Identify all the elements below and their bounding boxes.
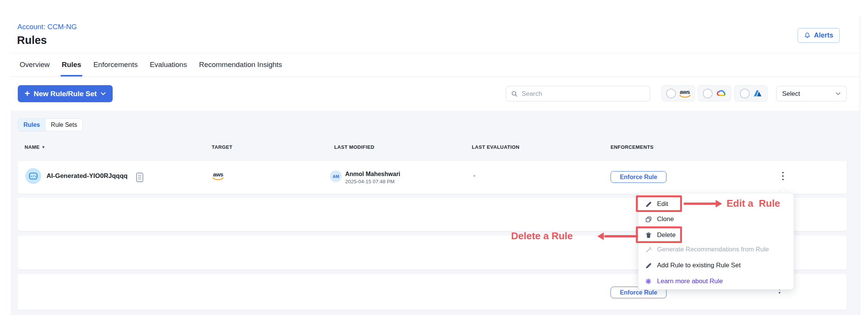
- search-box[interactable]: [506, 86, 650, 101]
- sort-caret-icon[interactable]: ▾: [42, 145, 45, 150]
- breadcrumb[interactable]: Account: CCM-NG: [17, 23, 77, 31]
- select-value: Select: [782, 90, 800, 98]
- delete-arrow-head-icon: [597, 232, 604, 240]
- last-evaluation-value: -: [473, 172, 476, 179]
- rule-name: AI-Generated-YIO0RJqqqq: [46, 172, 127, 180]
- delete-annotation-label: Delete a Rule: [511, 230, 573, 242]
- menu-item-add-rule-to-rule-set[interactable]: Add Rule to existing Rule Set: [645, 260, 789, 271]
- enforce-rule-button[interactable]: Enforce Rule: [611, 171, 666, 183]
- search-input[interactable]: [522, 90, 645, 98]
- column-header-last-evaluation: LAST EVALUATION: [472, 144, 519, 150]
- modified-by: Anmol Maheshwari: [345, 171, 400, 178]
- plus-icon: +: [25, 89, 30, 98]
- tab-rules[interactable]: Rules: [62, 61, 81, 70]
- wand-icon: [645, 246, 652, 253]
- menu-item-learn-more[interactable]: ❋ Learn more about Rule: [645, 276, 789, 287]
- menu-item-clone[interactable]: Clone: [645, 214, 789, 225]
- delete-highlight-box: [636, 226, 682, 243]
- tab-recommendation-insights[interactable]: Recommendation Insights: [199, 61, 282, 70]
- rule-avatar: </>: [25, 168, 41, 184]
- radio-azure[interactable]: [740, 89, 750, 98]
- new-rule-label: New Rule/Rule Set: [34, 90, 97, 98]
- rule-code-icon: </>: [29, 172, 38, 180]
- column-header-enforcements: ENFORCEMENTS: [611, 144, 654, 150]
- chevron-down-icon: [101, 92, 106, 96]
- column-header-target: TARGET: [212, 144, 232, 150]
- tab-evaluations[interactable]: Evaluations: [150, 61, 187, 70]
- view-toggle-rule-sets[interactable]: Rule Sets: [45, 119, 82, 131]
- search-icon: [511, 90, 518, 97]
- tab-overview[interactable]: Overview: [20, 61, 50, 70]
- tab-enforcements[interactable]: Enforcements: [93, 61, 138, 70]
- select-dropdown[interactable]: Select: [776, 86, 847, 101]
- azure-logo-icon: [753, 90, 762, 97]
- tab-bar: Overview Rules Enforcements Evaluations …: [20, 61, 282, 70]
- column-header-name[interactable]: NAME ▾: [25, 144, 45, 150]
- bell-icon: [804, 32, 811, 39]
- page-title: Rules: [17, 34, 47, 47]
- gcp-logo-icon: [716, 90, 727, 97]
- new-rule-button[interactable]: + New Rule/Rule Set: [18, 85, 113, 102]
- radio-gcp[interactable]: [703, 89, 713, 98]
- menu-item-generate-recommendations: Generate Recommendations from Rule: [645, 244, 789, 255]
- pencil-icon: [645, 262, 652, 269]
- row-menu-kebab-icon[interactable]: [780, 171, 786, 181]
- aida-flower-icon: ❋: [645, 278, 652, 285]
- aws-logo-icon: aws: [679, 89, 691, 98]
- menu-item-label: Generate Recommendations from Rule: [657, 246, 769, 253]
- target-aws-logo-icon: aws: [212, 172, 224, 180]
- provider-toggle-azure[interactable]: [734, 85, 767, 101]
- header-divider: [11, 53, 860, 53]
- avatar: AM: [330, 170, 342, 182]
- clone-icon: [645, 216, 652, 223]
- chevron-down-icon: [835, 92, 841, 96]
- edit-annotation-label: Edit a Rule: [727, 198, 780, 209]
- edit-arrow-head-icon: [716, 200, 722, 207]
- view-toggle-rules[interactable]: Rules: [18, 119, 45, 131]
- delete-arrow-line: [604, 235, 638, 237]
- edit-highlight-box: [636, 195, 682, 212]
- column-name-label: NAME: [25, 144, 40, 150]
- alerts-label: Alerts: [814, 31, 833, 39]
- menu-item-label: Add Rule to existing Rule Set: [657, 262, 741, 269]
- view-toggle: Rules Rule Sets: [18, 119, 83, 131]
- tabs-divider: [11, 76, 860, 77]
- alerts-button[interactable]: Alerts: [798, 28, 840, 43]
- provider-toggle-gcp[interactable]: [698, 85, 731, 101]
- edit-arrow-line: [684, 203, 716, 205]
- menu-item-label: Clone: [657, 215, 674, 223]
- page-right-border: [860, 15, 860, 315]
- provider-toggle-aws[interactable]: aws: [662, 85, 695, 101]
- rule-description-icon[interactable]: [136, 173, 143, 182]
- modified-at: 2025-04-15 07:48 PM: [345, 179, 395, 184]
- column-header-last-modified: LAST MODIFIED: [334, 144, 374, 150]
- menu-item-label: Learn more about Rule: [657, 278, 723, 285]
- table-row[interactable]: </> AI-Generated-YIO0RJqqqq aws AM Anmol…: [18, 161, 847, 194]
- svg-text:</>: </>: [30, 175, 36, 179]
- radio-aws[interactable]: [666, 89, 676, 98]
